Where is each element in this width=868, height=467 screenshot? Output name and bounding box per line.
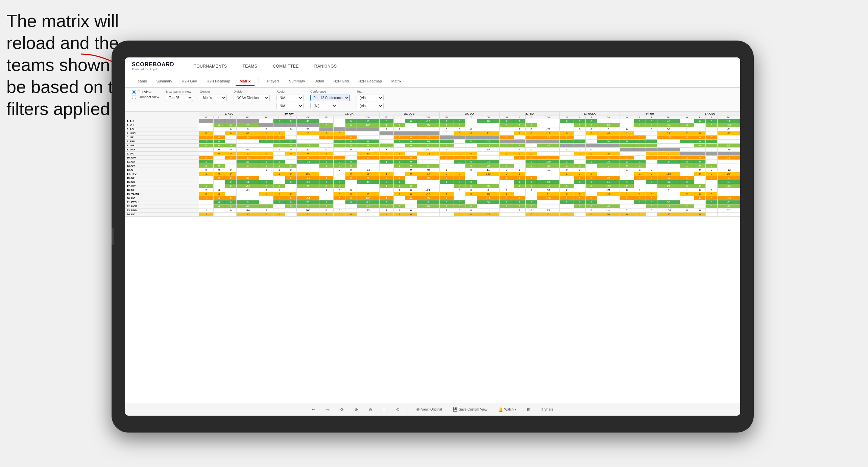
matrix-wrapper[interactable]: 3. ASU 10. UW 11. UA 22. UCB 24. UO 27. …: [125, 112, 740, 403]
matrix-cell: 0: [694, 208, 706, 213]
matrix-cell: 1: [500, 176, 514, 180]
matrix-cell: 0: [213, 148, 225, 152]
tab-players[interactable]: Players: [263, 77, 284, 86]
team-select[interactable]: (All): [357, 95, 384, 101]
matrix-cell: 0: [285, 196, 296, 200]
full-view-radio[interactable]: Full View: [132, 90, 159, 94]
matrix-cell: 1: [199, 208, 213, 213]
matrix-cell: 0: [237, 164, 259, 168]
watch-button[interactable]: 🔔 Watch ▾: [496, 406, 519, 413]
matrix-cell: 25: [477, 184, 500, 188]
matrix-cell: -21: [357, 200, 379, 204]
matrix-cell: [225, 136, 236, 140]
tab-teams[interactable]: Teams: [132, 77, 151, 86]
matrix-cell: 0: [706, 136, 717, 140]
matrix-cell: 0: [585, 127, 597, 131]
nav-tournaments[interactable]: TOURNAMENTS: [191, 63, 230, 70]
matrix-area[interactable]: 3. ASU 10. UW 11. UA 22. UCB 24. UO 27. …: [125, 112, 740, 403]
tab-h2h-grid[interactable]: H2H Grid: [177, 77, 201, 86]
matrix-cell: [526, 192, 537, 196]
compact-view-input[interactable]: [132, 95, 136, 99]
conference-sub-select[interactable]: (All): [310, 103, 337, 109]
division-select[interactable]: NCAA Division I NCAA Division II NCAA Di…: [234, 95, 270, 101]
team-label: Team: [357, 90, 384, 93]
matrix-cell: 1: [394, 127, 405, 131]
matrix-cell: [680, 200, 694, 204]
team-sub-select[interactable]: (All): [357, 103, 384, 109]
tab-players-matrix[interactable]: Matrix: [387, 77, 406, 86]
matrix-cell: 0: [225, 200, 236, 204]
share-button[interactable]: ⤴ Share: [538, 406, 556, 413]
matrix-cell: 0: [199, 192, 213, 196]
matrix-cell: [706, 208, 717, 213]
matrix-cell: [199, 123, 213, 127]
matrix-cell: 0: [405, 208, 417, 213]
tab-matrix[interactable]: Matrix: [236, 77, 255, 86]
nav-teams[interactable]: TEAMS: [240, 63, 260, 70]
matrix-cell: 1: [199, 196, 213, 200]
sub-t-uw: T: [285, 116, 296, 119]
matrix-cell: -14: [537, 184, 560, 188]
region-select[interactable]: N/A East West South Midwest: [276, 95, 304, 101]
nav-committee[interactable]: COMMITTEE: [270, 63, 302, 70]
zoom-in-button[interactable]: ⊕: [352, 406, 361, 413]
tab-summary[interactable]: Summary: [152, 77, 176, 86]
gender-select[interactable]: Men's Women's: [200, 95, 227, 101]
tab-players-h2h-heatmap[interactable]: H2H Heatmap: [354, 77, 386, 86]
matrix-cell: [237, 168, 259, 172]
redo-button[interactable]: ↪: [323, 406, 332, 413]
zoom-out-button[interactable]: ⊖: [366, 406, 375, 413]
conference-label: Conference: [310, 90, 350, 93]
tab-h2h-heatmap[interactable]: H2H Heatmap: [202, 77, 234, 86]
matrix-cell: [694, 200, 706, 204]
matrix-cell: 2: [199, 164, 213, 168]
matrix-cell: 160: [597, 184, 620, 188]
nav-rankings[interactable]: RANKINGS: [312, 63, 340, 70]
matrix-cell: 2: [259, 184, 273, 188]
matrix-cell: 0: [620, 164, 634, 168]
compact-view-radio[interactable]: Compact View: [132, 95, 159, 99]
max-teams-select[interactable]: Top 25 Top 50 All: [166, 95, 193, 101]
region-sub-select[interactable]: N/A: [276, 103, 304, 109]
matrix-cell: 0: [454, 180, 465, 184]
tablet-side-button[interactable]: [112, 228, 114, 245]
matrix-cell: 160: [297, 208, 319, 213]
matrix-cell: [379, 188, 393, 192]
view-original-button[interactable]: 👁 View: Original: [413, 406, 445, 413]
tab-players-h2h-grid[interactable]: H2H Grid: [329, 77, 353, 86]
fit-button[interactable]: =: [380, 406, 388, 413]
tab-players-summary[interactable]: Summary: [285, 77, 309, 86]
matrix-cell: 2: [439, 196, 454, 200]
matrix-cell: 0: [526, 180, 537, 184]
matrix-cell: 160: [237, 184, 259, 188]
matrix-cell: 11: [597, 180, 620, 184]
matrix-cell: [357, 160, 379, 164]
matrix-cell: 0: [454, 213, 465, 217]
region-label: Region: [276, 90, 304, 93]
matrix-cell: [319, 127, 333, 131]
save-custom-button[interactable]: 💾 Save Custom View: [450, 406, 490, 413]
sub-t-uu: T: [646, 116, 657, 119]
refresh-button[interactable]: ⟳: [338, 406, 346, 413]
table-row: 21. ETSU000103010-2120003011020010300-21: [125, 200, 740, 204]
sub-t-asu: T: [225, 116, 236, 119]
matrix-cell: -12: [537, 168, 560, 172]
matrix-cell: [357, 164, 379, 168]
matrix-cell: [345, 156, 357, 160]
target-button[interactable]: ⊙: [393, 406, 402, 413]
matrix-cell: 0: [345, 144, 357, 148]
bottom-toolbar: ↩ ↪ ⟳ ⊕ ⊖ = ⊙ 👁 View: Original 💾 Save Cu…: [125, 403, 740, 416]
grid-button[interactable]: ⊞: [524, 406, 533, 413]
matrix-cell: -14: [357, 148, 379, 152]
matrix-cell: 1: [319, 213, 333, 217]
matrix-cell: 1: [514, 123, 525, 127]
matrix-cell: 11: [297, 131, 319, 136]
conference-select[interactable]: Pac-12 Conference (All) ACC Big Ten Big …: [310, 95, 350, 101]
matrix-cell: [213, 131, 225, 136]
tab-detail[interactable]: Detail: [310, 77, 328, 86]
matrix-cell: [439, 164, 454, 168]
full-view-input[interactable]: [132, 90, 136, 94]
undo-button[interactable]: ↩: [309, 406, 318, 413]
matrix-cell: [259, 176, 273, 180]
share-label: Share: [544, 408, 553, 411]
